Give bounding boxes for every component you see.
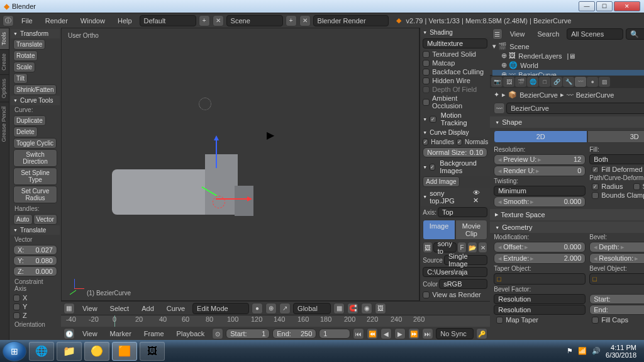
twisting-selector[interactable]: Minimum [494,186,586,196]
shrink-fatten-button[interactable]: Shrink/Fatten [13,84,57,95]
tab-scene[interactable]: 🎬 [515,77,526,87]
handle-vector-button[interactable]: Vector [33,214,57,225]
3d-viewport[interactable]: User Ortho ▶ (1) BezierCurve [61,28,419,301]
scene-selector[interactable]: Scene [226,15,283,26]
preview-u-field[interactable]: Preview U:12 [494,154,586,165]
curve-name-field[interactable]: BezierCurve [506,103,644,114]
bg-axis-selector[interactable]: Top [438,207,487,217]
tab-render[interactable]: 📷 [491,77,502,87]
ao-checkbox[interactable] [423,99,430,106]
outliner-item-renderlayers[interactable]: ⊕ 🖼RenderLayers|🖥 [492,51,644,60]
bg-source-image-tab[interactable]: Image [423,220,455,240]
bg-path-field[interactable]: C:\Users\raja [423,267,487,277]
bevel-end-field[interactable]: End:1.000 [589,305,644,315]
play-icon[interactable]: ▶ [394,328,406,339]
tab-modifiers[interactable]: 🔧 [563,77,574,87]
fill-caps-checkbox[interactable] [592,317,599,324]
tab-create[interactable]: Create [0,49,9,74]
matcap-checkbox[interactable] [423,60,430,67]
timeline-editor-icon[interactable]: 🕐 [64,328,75,339]
view-menu[interactable]: View [77,303,103,314]
backface-culling-checkbox[interactable] [423,69,430,76]
radius-checkbox[interactable] [592,183,599,190]
timeline-marker-menu[interactable]: Marker [105,329,136,339]
dim-3d-button[interactable]: 3D [587,130,644,143]
textured-solid-checkbox[interactable] [423,51,430,58]
editor-type-icon[interactable]: ⓘ [3,15,14,26]
add-image-button[interactable]: Add Image [423,176,459,187]
curve-display-header[interactable]: Curve Display [420,128,490,137]
bounds-clamp-checkbox[interactable] [592,192,599,199]
remove-scene-button[interactable]: ✕ [299,15,311,26]
translate-op-header[interactable]: Translate [11,225,60,235]
switch-direction-button[interactable]: Switch Direction [13,149,57,167]
view-as-render-checkbox[interactable] [423,291,430,298]
bg-source-selector[interactable]: Single Image [444,255,487,265]
tab-render-layers[interactable]: 🖼 [503,77,514,87]
bg-images-header[interactable]: Background Images [420,158,490,176]
task-explorer[interactable]: 📁 [57,342,82,361]
bg-image-item-header[interactable]: sony top.JPG👁 ✕ [420,188,490,206]
outliner-view-menu[interactable]: View [505,29,530,39]
tab-world[interactable]: 🌐 [527,77,538,87]
maximize-button[interactable]: ☐ [596,1,613,11]
sync-selector[interactable]: No Sync [436,328,474,339]
outliner-item-scene[interactable]: ▾ 🎬Scene [492,42,644,51]
proportional-edit-icon[interactable]: ◉ [361,303,372,314]
bg-colorspace-selector[interactable]: sRGB [439,279,487,289]
orientation-selector[interactable]: Global [293,303,331,314]
screen-layout-selector[interactable]: Default [140,15,196,26]
bevel-factor-start-type[interactable]: Resolution [494,294,586,304]
open-file-icon[interactable]: 📂 [467,242,477,253]
play-reverse-icon[interactable]: ◀ [380,328,392,339]
offset-field[interactable]: Offset:0.000 [494,242,586,252]
bevel-start-field[interactable]: Start:0.000 [589,294,644,304]
translate-x-field[interactable]: X:0.027 [13,245,57,255]
translate-button[interactable]: Translate [13,39,45,50]
constraint-y-checkbox[interactable] [13,303,20,310]
bg-file-field[interactable]: sony to [433,242,457,252]
handles-checkbox[interactable] [423,139,428,145]
task-internet-explorer[interactable]: 🌐 [29,342,54,361]
motion-tracking-header[interactable]: Motion Tracking [420,110,490,128]
constraint-x-checkbox[interactable] [13,295,20,302]
hidden-wire-checkbox[interactable] [423,77,430,84]
tab-grease-pencil[interactable]: Grease Pencil [0,102,9,146]
outliner-search-field[interactable]: 🔍 [626,28,644,40]
outliner-item-world[interactable]: ⊕ 🌐World [492,60,644,70]
system-tray[interactable]: ⚑ 📶 🔊 4:11 PM 6/30/2018 [567,344,641,359]
geometry-header[interactable]: Geometry [490,222,644,233]
menu-file[interactable]: File [16,16,38,26]
task-image-viewer[interactable]: 🖼 [140,342,165,361]
translate-z-field[interactable]: Z:0.000 [13,266,57,276]
rotate-button[interactable]: Rotate [13,50,38,61]
tab-constraints[interactable]: 🔗 [551,77,562,87]
timeline-frame-menu[interactable]: Frame [139,329,169,339]
task-blender[interactable]: 🟧 [112,342,137,361]
texture-space-header[interactable]: Texture Space [490,209,644,220]
transform-panel-header[interactable]: Transform [11,29,60,38]
add-menu[interactable]: Add [136,303,159,314]
timeline-view-menu[interactable]: View [77,329,103,339]
set-curve-radius-button[interactable]: Set Curve Radius [13,186,57,203]
mode-selector[interactable]: Edit Mode [192,303,249,314]
constraint-z-checkbox[interactable] [13,312,20,319]
set-spline-type-button[interactable]: Set Spline Type [13,167,57,185]
outliner-search-menu[interactable]: Search [532,29,564,39]
select-menu[interactable]: Select [105,303,135,314]
pivot-icon[interactable]: ⊕ [265,303,277,314]
snap-icon[interactable]: 🧲 [347,303,358,314]
scale-button[interactable]: Scale [13,62,35,72]
normals-checkbox[interactable] [457,139,462,145]
close-button[interactable]: ✕ [614,1,640,11]
tab-material[interactable]: ● [587,77,598,87]
outliner-editor-icon[interactable]: ☰ [492,28,502,40]
translate-y-field[interactable]: Y:0.080 [13,256,57,266]
tab-options[interactable]: Options [0,74,9,102]
keyframe-next-icon[interactable]: ⏩ [408,328,419,339]
remove-layout-button[interactable]: ✕ [213,15,224,26]
curve-tools-header[interactable]: Curve Tools [11,96,60,105]
add-layout-button[interactable]: + [199,15,210,26]
bevel-factor-end-type[interactable]: Resolution [494,305,586,315]
menu-render[interactable]: Render [40,16,73,26]
